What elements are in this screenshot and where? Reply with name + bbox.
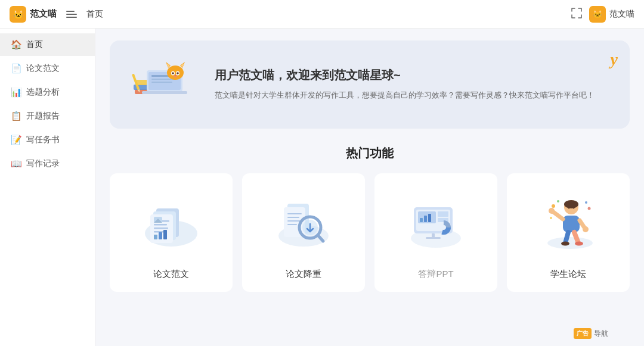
svg-line-67: [580, 220, 584, 227]
feature-card-luntan-label: 学生论坛: [550, 269, 586, 280]
topbar-left: 🐱 范文喵 首页: [10, 6, 103, 23]
svg-point-73: [552, 204, 555, 208]
svg-point-66: [549, 208, 555, 214]
sidebar-item-jilu-label: 写作记录: [26, 158, 60, 169]
svg-point-16: [172, 72, 174, 74]
user-area[interactable]: 🐱 范文喵: [589, 6, 634, 23]
svg-rect-54: [428, 214, 431, 222]
topbar: 🐱 范文喵 首页 🐱 范文喵: [0, 0, 644, 29]
welcome-banner: 用户范文喵，欢迎来到范文喵星球~ 范文喵是针对大学生群体开发的写作工具，想要提高…: [110, 40, 630, 129]
user-avatar: 🐱: [589, 6, 606, 23]
sidebar-item-xuanti[interactable]: 📊 选题分析: [0, 81, 95, 104]
svg-point-74: [588, 207, 591, 210]
svg-rect-58: [426, 237, 441, 239]
svg-point-9: [167, 66, 184, 80]
feature-card-ppt[interactable]: 答辩PPT: [374, 173, 497, 292]
svg-point-59: [547, 237, 593, 249]
svg-rect-28: [154, 227, 168, 229]
feature-card-lunwen[interactable]: 论文范文: [110, 173, 233, 292]
svg-point-75: [585, 201, 587, 204]
xuanti-icon: 📊: [11, 87, 21, 98]
banner-accent: y: [611, 50, 618, 69]
banner-text: 用户范文喵，欢迎来到范文喵星球~ 范文喵是针对大学生群体开发的写作工具，想要提高…: [215, 67, 611, 102]
sidebar-item-xuanti-label: 选题分析: [26, 87, 60, 98]
svg-point-62: [568, 207, 570, 209]
breadcrumb: 首页: [86, 9, 103, 20]
banner-desc: 范文喵是针对大学生群体开发的写作工具，想要提高自己的学习效率？需要写作灵感？快来…: [215, 89, 611, 102]
logo-text: 范文喵: [30, 8, 57, 20]
bottom-nav-hint: 广告 导航: [574, 328, 608, 339]
sidebar-item-home-label: 首页: [26, 39, 43, 50]
feature-card-jiangzhong-label: 论文降重: [286, 269, 321, 280]
logo-icon: 🐱: [10, 6, 26, 23]
user-name: 范文喵: [609, 9, 634, 20]
kaiti-icon: 📋: [11, 111, 21, 121]
sidebar-item-kaiti[interactable]: 📋 开题报告: [0, 105, 95, 127]
svg-point-19: [175, 74, 176, 76]
main-content: 用户范文喵，欢迎来到范文喵星球~ 范文喵是针对大学生群体开发的写作工具，想要提高…: [95, 29, 644, 346]
svg-rect-39: [287, 217, 299, 218]
feature-card-luntan[interactable]: 学生论坛: [507, 173, 630, 292]
banner-illustration: [129, 55, 200, 114]
svg-point-71: [561, 242, 569, 246]
feature-card-lunwen-label: 论文范文: [153, 269, 189, 280]
svg-rect-41: [287, 224, 297, 225]
svg-point-77: [550, 217, 552, 219]
feature-card-jiangzhong[interactable]: 论文降重: [242, 173, 365, 292]
feature-icon-ppt: [400, 188, 472, 259]
jilu-icon: 📖: [11, 158, 21, 169]
svg-rect-50: [438, 211, 448, 217]
svg-rect-5: [151, 75, 169, 77]
sidebar-item-kaiti-label: 开题报告: [26, 111, 60, 121]
svg-point-17: [177, 72, 179, 74]
svg-rect-7: [151, 82, 172, 83]
nav-text: 导航: [594, 329, 608, 339]
logo-area: 🐱 范文喵: [10, 6, 57, 23]
svg-rect-38: [287, 213, 302, 214]
sidebar: 🏠 首页 📄 论文范文 📊 选题分析 📋 开题报告 📝 写任务书 📖 写作记录: [0, 29, 95, 346]
svg-rect-64: [563, 216, 580, 232]
sidebar-item-lunwen[interactable]: 📄 论文范文: [0, 57, 95, 80]
feature-icon-luntan: [532, 188, 604, 259]
svg-line-69: [565, 232, 568, 243]
sidebar-item-renwu-label: 写任务书: [26, 135, 60, 145]
sidebar-item-jilu[interactable]: 📖 写作记录: [0, 152, 95, 175]
home-icon: 🏠: [11, 39, 21, 50]
feature-icon-lunwen: [135, 188, 207, 259]
svg-point-72: [575, 242, 583, 246]
feature-card-ppt-label: 答辩PPT: [418, 269, 453, 280]
renwu-icon: 📝: [11, 135, 21, 145]
svg-rect-30: [154, 235, 157, 239]
svg-rect-27: [154, 224, 167, 226]
feature-grid: 论文范文: [110, 173, 630, 292]
section-title: 热门功能: [110, 145, 630, 161]
banner-title: 用户范文喵，欢迎来到范文喵星球~: [215, 67, 611, 83]
svg-rect-40: [287, 220, 301, 222]
fullscreen-button[interactable]: [571, 8, 582, 21]
feature-icon-jiangzhong: [268, 188, 339, 259]
svg-rect-32: [163, 230, 167, 239]
svg-point-63: [573, 207, 575, 209]
svg-rect-8: [142, 91, 187, 94]
svg-rect-31: [159, 232, 162, 239]
sidebar-item-home[interactable]: 🏠 首页: [0, 33, 95, 56]
svg-line-65: [553, 212, 563, 219]
svg-point-68: [583, 226, 589, 232]
nav-badge: 广告: [574, 328, 592, 339]
topbar-right: 🐱 范文喵: [571, 6, 634, 23]
main-layout: 🏠 首页 📄 论文范文 📊 选题分析 📋 开题报告 📝 写任务书 📖 写作记录: [0, 29, 644, 346]
svg-rect-52: [420, 218, 423, 222]
svg-point-61: [564, 200, 578, 208]
menu-toggle-button[interactable]: [64, 8, 79, 20]
sidebar-item-lunwen-label: 论文范文: [26, 63, 60, 74]
sidebar-item-renwu[interactable]: 📝 写任务书: [0, 129, 95, 151]
svg-point-76: [557, 200, 559, 202]
svg-rect-53: [424, 216, 427, 222]
lunwen-icon: 📄: [11, 63, 21, 74]
